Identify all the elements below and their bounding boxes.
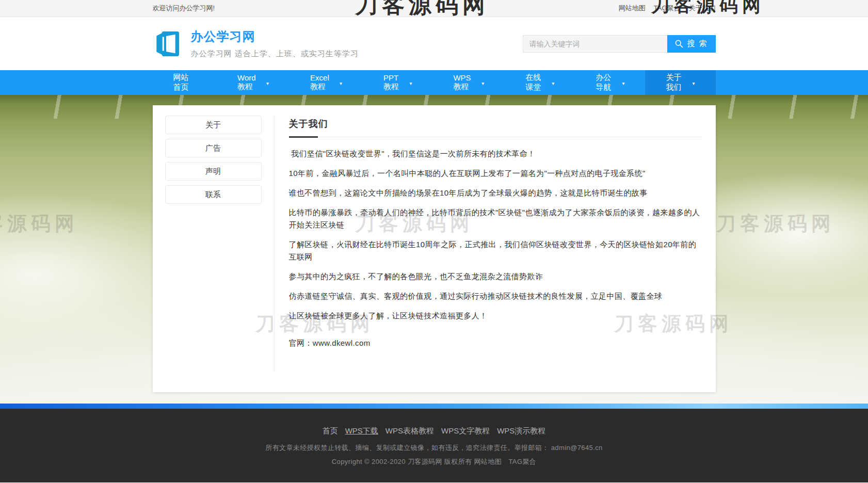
article-paragraph: 谁也不曾想到，这篇论文中所描绘的场景在10年后成为了全球最火爆的趋势，这就是比特… (289, 187, 701, 199)
sidebar-item-ads[interactable]: 广告 (165, 139, 262, 157)
search-input[interactable] (523, 35, 667, 53)
chevron-down-icon: ▾ (409, 81, 412, 86)
article-paragraph: 我们坚信"区块链改变世界"，我们坚信这是一次前所未有的技术革命！ (289, 148, 701, 160)
nav-label: WPS教程 (453, 73, 477, 92)
sidebar-item-label: 声明 (205, 167, 221, 176)
sidebar-item-label: 联系 (205, 190, 221, 200)
office-logo-icon (153, 30, 180, 57)
nav-label: PPT教程 (383, 73, 405, 92)
official-website-line: 官网：www.dkewl.com (289, 339, 701, 348)
sidebar-item-label: 广告 (205, 143, 221, 153)
search-bar: 搜 索 (523, 35, 716, 53)
topbar-link-sitemap[interactable]: 网站地图 (619, 4, 646, 13)
article-paragraph: 让区块链被全球更多人了解，让区块链技术造福更多人！ (289, 310, 701, 322)
footer-link-wps-presentation[interactable]: WPS演示教程 (497, 426, 545, 436)
footer-copyright: Copyright © 2002-2020 刀客源码网 版权所有 网站地图 TA… (0, 457, 868, 466)
article-paragraph: 比特币的暴涨暴跌，牵动着人们的神经，比特币背后的技术"区块链"也逐渐成为了大家茶… (289, 206, 701, 231)
nav-item-office-nav[interactable]: 办公导航▾ (575, 70, 645, 95)
article-body: 我们坚信"区块链改变世界"，我们坚信这是一次前所未有的技术革命！ 10年前，金融… (289, 148, 701, 348)
page-background: 关于 广告 声明 联系 关于我们 我们坚信"区块链改变世界"，我们坚信这是一次前… (0, 95, 868, 404)
sidebar: 关于 广告 声明 联系 (153, 116, 274, 372)
main-content: 关于我们 我们坚信"区块链改变世界"，我们坚信这是一次前所未有的技术革命！ 10… (274, 116, 716, 372)
search-button[interactable]: 搜 索 (667, 35, 716, 53)
article-paragraph: 仿赤道链坚守诚信、真实、客观的价值观，通过实际行动推动区块链技术的良性发展，立足… (289, 290, 701, 302)
site-title: 办公学习网 (191, 28, 359, 45)
chevron-down-icon: ▾ (622, 81, 624, 86)
topbar-links: 网站地图 TAG聚合 关于我们 (619, 4, 716, 13)
search-icon (674, 39, 683, 48)
page-title: 关于我们 (289, 119, 328, 129)
footer-link-wps-download[interactable]: WPS下载 (345, 426, 378, 436)
footer-accent-stripe (0, 404, 868, 409)
content-card: 关于 广告 声明 联系 关于我们 我们坚信"区块链改变世界"，我们坚信这是一次前… (153, 105, 716, 392)
nav-label: 网站首页 (173, 73, 197, 92)
welcome-text: 欢迎访问办公学习网! (153, 4, 215, 13)
nav-item-wps[interactable]: WPS教程▾ (432, 70, 505, 95)
sidebar-item-label: 关于 (205, 120, 221, 130)
nav-label: Word教程 (237, 73, 262, 92)
nav-item-online-class[interactable]: 在线课堂▾ (505, 70, 575, 95)
chevron-down-icon: ▾ (266, 81, 269, 86)
sidebar-item-contact[interactable]: 联系 (165, 185, 262, 204)
nav-label: 在线课堂 (525, 73, 548, 92)
sidebar-item-about[interactable]: 关于 (165, 116, 262, 134)
nav-label: Excel教程 (310, 73, 335, 92)
nav-label: 办公导航 (596, 73, 618, 92)
site-header: 办公学习网 办公学习网 适合上学、上班、或实习生等学习 搜 索 (0, 17, 868, 70)
footer-link-wps-sheet[interactable]: WPS表格教程 (385, 426, 434, 436)
site-tagline: 办公学习网 适合上学、上班、或实习生等学习 (191, 49, 359, 59)
nav-item-word[interactable]: Word教程▾ (217, 70, 290, 95)
topbar: 欢迎访问办公学习网! 网站地图 TAG聚合 关于我们 (0, 0, 868, 17)
nav-label: 关于我们 (666, 73, 688, 92)
article-paragraph: 了解区块链，火讯财经在比特币诞生10周年之际，正式推出，我们信仰区块链改变世界，… (289, 238, 701, 263)
nav-item-home[interactable]: 网站首页 (153, 70, 217, 95)
nav-item-excel[interactable]: Excel教程▾ (290, 70, 363, 95)
footer-link-home[interactable]: 首页 (323, 426, 338, 436)
site-footer: 首页 WPS下载 WPS表格教程 WPS文字教程 WPS演示教程 所有文章未经授… (0, 409, 868, 482)
nav-item-about-active[interactable]: 关于我们▾ (645, 70, 715, 95)
footer-link-wps-writer[interactable]: WPS文字教程 (441, 426, 490, 436)
sidebar-item-statement[interactable]: 声明 (165, 162, 262, 181)
search-button-label: 搜 索 (687, 39, 708, 49)
article-paragraph: 参与其中的为之疯狂，不了解的各色眼光，也不乏鱼龙混杂之流借势欺诈 (289, 270, 701, 283)
topbar-link-about[interactable]: 关于我们 (689, 4, 716, 13)
footer-notice: 所有文章未经授权禁止转载、摘编、复制或建立镜像，如有违反，追究法律责任。举报邮箱… (0, 443, 868, 453)
logo[interactable]: 办公学习网 办公学习网 适合上学、上班、或实习生等学习 (153, 28, 359, 59)
article-paragraph: 10年前，金融风暴过后，一个名叫中本聪的人在互联网上发布了一篇名为"一种点对点的… (289, 167, 701, 180)
chevron-down-icon: ▾ (481, 81, 484, 86)
topbar-link-tags[interactable]: TAG聚合 (654, 4, 681, 13)
chevron-down-icon: ▾ (692, 81, 695, 86)
nav-item-ppt[interactable]: PPT教程▾ (363, 70, 432, 95)
chevron-down-icon: ▾ (552, 81, 554, 86)
chevron-down-icon: ▾ (340, 81, 342, 86)
main-nav: 网站首页 Word教程▾ Excel教程▾ PPT教程▾ WPS教程▾ 在线课堂… (0, 70, 868, 95)
footer-links: 首页 WPS下载 WPS表格教程 WPS文字教程 WPS演示教程 (0, 426, 868, 436)
